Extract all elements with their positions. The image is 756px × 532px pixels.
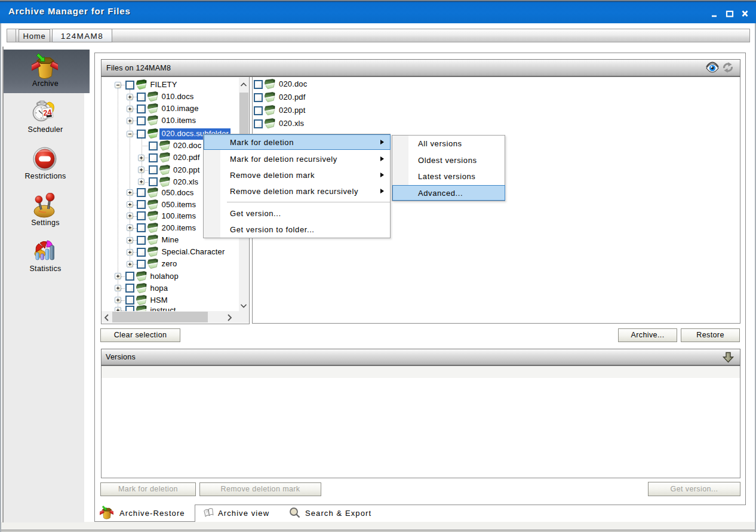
svg-text:24: 24 — [42, 107, 53, 118]
